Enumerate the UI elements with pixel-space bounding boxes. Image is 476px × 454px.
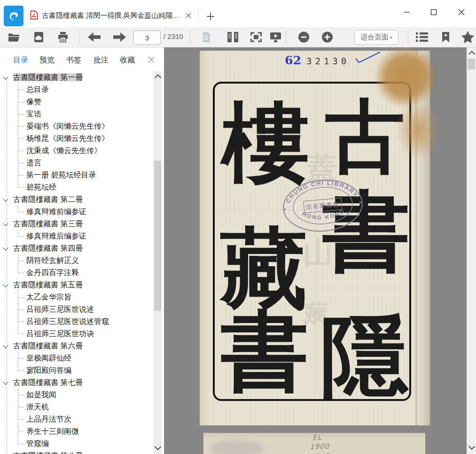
toc-item[interactable]: 像赞	[0, 96, 153, 108]
chevron-expand-icon[interactable]	[3, 282, 8, 287]
chevron-expand-icon[interactable]	[3, 196, 8, 201]
toc-item[interactable]: 总目录	[0, 84, 153, 96]
toc-item[interactable]: 修真辩难前编参证	[0, 206, 153, 218]
toc-label: 古書隱樓藏書 第七冊	[13, 378, 83, 386]
toc-label: 沈秉成《懒云先生传》	[26, 146, 101, 154]
pencil-note: C145	[311, 452, 330, 454]
stamp-center-text: 崇基圖書館	[305, 200, 340, 210]
toc-item[interactable]: 吕祖师三尼医世功诀	[0, 328, 153, 340]
window-minimize-icon[interactable]	[399, 5, 414, 20]
toc-book[interactable]: 古書隱樓藏書 第三冊	[0, 218, 153, 230]
toolbar-separator	[408, 31, 408, 44]
toc-book[interactable]: 古書隱樓藏書 第八冊	[0, 450, 153, 454]
toc-item[interactable]: 寥阳殿问答编	[0, 364, 153, 377]
sidebar-tab-preview[interactable]: 预览	[39, 55, 55, 65]
toc-item[interactable]: 上品丹法节次	[0, 413, 153, 425]
toc-item[interactable]: 阴符经玄解正义	[0, 254, 153, 267]
zoom-in-icon[interactable]	[321, 31, 333, 43]
toc-item[interactable]: 如是我闻	[0, 389, 153, 401]
export-image-icon[interactable]	[33, 31, 44, 43]
main-scrollbar-thumb[interactable]	[468, 59, 475, 69]
toc-label: 古書隱樓藏書 第八冊	[13, 452, 83, 454]
toc-item[interactable]: 宝诰	[0, 108, 153, 120]
chevron-expand-icon[interactable]	[3, 343, 8, 348]
scroll-down-icon[interactable]	[155, 444, 161, 450]
toc-book[interactable]: 古書隱樓藏書 第五冊	[0, 279, 153, 291]
chevron-expand-icon[interactable]	[3, 221, 8, 226]
chevron-expand-icon[interactable]	[3, 245, 8, 250]
print-icon[interactable]	[57, 31, 69, 43]
fit-mode-dropdown[interactable]: 适合页面 ▾	[354, 30, 398, 45]
toc-label: 金丹四百字注释	[26, 269, 79, 277]
sidebar-tab-bookmarks[interactable]: 书签	[66, 55, 81, 65]
toc-book[interactable]: 古書隱樓藏書 第六冊	[0, 340, 153, 352]
scroll-up-icon[interactable]	[468, 51, 475, 57]
toc-item[interactable]: 遗言	[0, 157, 153, 169]
toc-list-icon[interactable]	[415, 32, 429, 42]
toc-book[interactable]: 古書隱樓藏書 第七冊	[0, 377, 153, 389]
scroll-down-icon[interactable]	[468, 443, 475, 450]
chevron-expand-icon[interactable]	[3, 379, 8, 385]
sidebar-close-icon[interactable]	[147, 55, 156, 65]
toc-book[interactable]: 古書隱樓藏書 第一冊	[0, 71, 153, 84]
toc-item[interactable]: 金丹四百字注释	[0, 267, 153, 279]
toc-label: 宝诰	[26, 110, 41, 118]
main-scrollbar[interactable]	[467, 47, 476, 454]
sidebar-scrollbar[interactable]	[153, 71, 162, 454]
sidebar-tab-annotations[interactable]: 批注	[94, 55, 109, 65]
new-tab-icon[interactable]	[206, 12, 216, 22]
document-tab[interactable]: 古書隱樓藏書.清閔一得撰.吳興金蓋山純陽...	[26, 5, 195, 27]
page-back-icon[interactable]	[87, 32, 101, 42]
toc-item[interactable]: 泄天机	[0, 401, 153, 413]
zoom-out-icon[interactable]	[298, 31, 310, 43]
page-number-input[interactable]	[133, 31, 161, 45]
two-page-icon[interactable]	[226, 31, 239, 43]
toc-item[interactable]: 第一册 碧苑坛经目录	[0, 169, 153, 181]
scroll-up-icon[interactable]	[155, 74, 161, 81]
window-close-icon[interactable]	[454, 5, 469, 20]
presentation-icon[interactable]	[270, 31, 281, 43]
pencil-note: EL	[312, 433, 322, 442]
window-maximize-icon[interactable]	[426, 5, 441, 20]
title-bar: 古書隱樓藏書.清閔一得撰.吳興金蓋山純陽...	[0, 0, 476, 27]
app-logo[interactable]	[4, 6, 23, 26]
fit-screen-icon[interactable]	[250, 31, 263, 43]
toolbar-separator	[286, 31, 286, 44]
toc-label: 如是我闻	[26, 391, 56, 399]
swoosh-icon	[7, 9, 21, 23]
chevron-expand-icon[interactable]	[3, 74, 8, 79]
toc-item[interactable]: 沈秉成《懒云先生传》	[0, 145, 153, 157]
toc-label: 古書隱樓藏書 第三冊	[13, 220, 83, 228]
toc-item[interactable]: 碧苑坛经	[0, 181, 153, 193]
toc-item[interactable]: 晏端书《闵懒云先生传》	[0, 120, 153, 132]
toc-item[interactable]: 吕祖师三尼医世说述	[0, 303, 153, 315]
sidebar-tab-favorites[interactable]: 收藏	[120, 55, 135, 65]
toc-label: 泄天机	[26, 403, 49, 411]
toc-label: 总目录	[26, 85, 49, 93]
sidebar-scrollbar-thumb[interactable]	[154, 161, 161, 311]
sidebar-tab-toc[interactable]: 目录	[13, 55, 28, 65]
toc-label: 吕祖师三尼医世说述管窥	[26, 317, 109, 325]
toc-item[interactable]: 太乙金华宗旨	[0, 291, 153, 303]
open-folder-icon[interactable]	[8, 32, 20, 43]
toolbar-separator	[190, 31, 190, 44]
toc-item[interactable]: 管窥编	[0, 438, 153, 450]
toc-item[interactable]: 皇极阖辟仙经	[0, 352, 153, 364]
toc-book[interactable]: 古書隱樓藏書 第二冊	[0, 193, 153, 206]
toc-book[interactable]: 古書隱樓藏書 第四冊	[0, 242, 153, 254]
toc-item[interactable]: 修真辩难后编参证	[0, 230, 153, 242]
favorites-star-icon[interactable]	[461, 31, 474, 43]
library-stamp: CHUNG CHI LIBRARY HONG KONG 崇基圖書館 ✦ ✦	[279, 175, 366, 237]
page-forward-icon[interactable]	[113, 32, 126, 42]
toc-label: 古書隱樓藏書 第二冊	[13, 195, 83, 203]
toc-item[interactable]: 吕祖师三尼医世说述管窥	[0, 315, 153, 328]
add-bookmark-icon[interactable]	[441, 31, 451, 43]
toc-label: 杨维昆《闵懒云先生传》	[26, 134, 109, 142]
toc-item[interactable]: 杨维昆《闵懒云先生传》	[0, 132, 153, 145]
toc-item[interactable]: 养生十三则阐微	[0, 425, 153, 438]
tab-close-icon[interactable]	[185, 12, 194, 21]
pdf-file-icon	[30, 10, 38, 22]
tab-divider	[198, 8, 198, 23]
toolbar-separator	[79, 31, 79, 44]
single-page-icon[interactable]	[202, 31, 211, 43]
